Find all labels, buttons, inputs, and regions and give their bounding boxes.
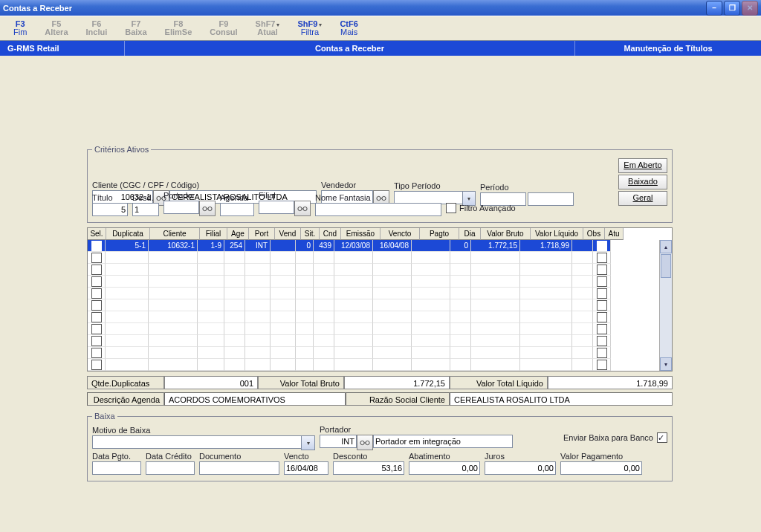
- close-button[interactable]: ✕: [742, 1, 758, 16]
- state-em-aberto[interactable]: Em Aberto: [618, 158, 667, 173]
- scroll-up[interactable]: ▴: [660, 240, 672, 253]
- titulo-input[interactable]: [92, 203, 128, 216]
- grid-cell[interactable]: [572, 240, 593, 252]
- desconto-input[interactable]: [333, 461, 404, 475]
- vencto-display: [284, 461, 328, 475]
- agenda-input[interactable]: [220, 203, 254, 216]
- grid-cell[interactable]: 12/03/08: [334, 240, 373, 252]
- baixa-portador-lookup[interactable]: [357, 435, 373, 450]
- juros-input[interactable]: [485, 461, 556, 475]
- agenda-desc-value: ACORDOS COMEMORATIVOS: [164, 392, 346, 406]
- filial-label: Filial: [259, 191, 311, 200]
- grid-header[interactable]: Valor Líquido: [531, 228, 583, 240]
- grid-header[interactable]: Duplicata: [106, 228, 150, 240]
- desconto-label: Desconto: [333, 452, 404, 461]
- grid-cell[interactable]: 16/04/08: [373, 240, 412, 252]
- state-baixado[interactable]: Baixado: [618, 175, 667, 189]
- grid-cell[interactable]: 5-1: [106, 240, 149, 252]
- grid-header[interactable]: Sit.: [301, 228, 320, 240]
- tool-mais[interactable]: CtF6Mais: [331, 19, 366, 38]
- tool-fim[interactable]: F3Fim: [4, 19, 36, 38]
- periodo-to[interactable]: [528, 192, 574, 206]
- vencto-label: Vencto: [284, 452, 328, 461]
- filtro-avancado-checkbox[interactable]: [446, 203, 456, 213]
- scroll-thumb[interactable]: [661, 254, 671, 278]
- table-row[interactable]: [88, 359, 672, 371]
- valor-pagamento-input[interactable]: [560, 461, 642, 475]
- table-row[interactable]: [88, 335, 672, 347]
- grid-header[interactable]: Cliente: [150, 228, 200, 240]
- enviar-banco-checkbox[interactable]: ✓: [657, 432, 667, 443]
- motivo-select[interactable]: [92, 435, 301, 449]
- nome-fantasia-display: [315, 203, 441, 216]
- grid-cell[interactable]: [271, 240, 296, 252]
- grid-header[interactable]: Filial: [200, 228, 227, 240]
- table-row[interactable]: [88, 276, 672, 288]
- table-row[interactable]: [88, 323, 672, 335]
- grid-header[interactable]: Vend: [275, 228, 301, 240]
- grid-header[interactable]: Atu: [605, 228, 624, 240]
- grid-cell[interactable]: 1.718,99: [520, 240, 572, 252]
- titulo-label: Título: [92, 193, 128, 202]
- criterios-panel: Critérios Ativos Cliente (CGC / CPF / Có…: [87, 145, 673, 223]
- grid-header[interactable]: Emissão: [341, 228, 380, 240]
- desd-input[interactable]: [132, 203, 159, 216]
- minimize-button[interactable]: –: [706, 1, 722, 16]
- periodo-label: Período: [480, 183, 577, 192]
- grid-header[interactable]: Vencto: [380, 228, 420, 240]
- screen-title: Contas a Receber: [125, 41, 575, 56]
- grid-cell[interactable]: 254: [224, 240, 245, 252]
- grid-cell[interactable]: 0: [450, 240, 471, 252]
- tipo-periodo-label: Tipo Período: [394, 181, 476, 190]
- filial-lookup-button[interactable]: [294, 201, 311, 216]
- grid-header[interactable]: Pagto: [420, 228, 459, 240]
- grid-cell[interactable]: [412, 240, 450, 252]
- grid-header[interactable]: Obs: [583, 228, 605, 240]
- grid-cell[interactable]: 10632-1: [149, 240, 198, 252]
- filial-input[interactable]: [259, 201, 294, 214]
- svg-point-9: [366, 441, 369, 444]
- data-pgto-input[interactable]: [92, 461, 141, 475]
- table-row[interactable]: [88, 264, 672, 276]
- nome-fantasia-label: Nome Fantasia: [315, 193, 441, 202]
- portador-lookup-button[interactable]: [199, 201, 216, 216]
- grid-header[interactable]: Dia: [459, 228, 481, 240]
- portador-input[interactable]: [163, 201, 199, 214]
- tool-filtra[interactable]: ShF9▾Filtra: [288, 19, 331, 38]
- breadcrumb-band: G-RMS Retail Contas a Receber Manutenção…: [0, 41, 761, 56]
- table-row[interactable]: [88, 347, 672, 359]
- vb-value: 1.772,15: [344, 376, 450, 389]
- window-titlebar: Contas a Receber – ❐ ✕: [0, 0, 761, 16]
- state-geral[interactable]: Geral: [618, 191, 667, 206]
- grid-cell[interactable]: 1-9: [198, 240, 224, 252]
- data-credito-input[interactable]: [146, 461, 195, 475]
- grid-header[interactable]: Cnd: [320, 228, 341, 240]
- maximize-button[interactable]: ❐: [724, 1, 740, 16]
- grid-cell[interactable]: 1.772,15: [471, 240, 520, 252]
- agenda-desc-label: Descrição Agenda: [87, 392, 164, 406]
- abatimento-input[interactable]: [409, 461, 480, 475]
- grid-header[interactable]: Port: [249, 228, 275, 240]
- grid-header[interactable]: Valor Bruto: [481, 228, 531, 240]
- enviar-banco-label: Enviar Baixa para Banco: [563, 433, 653, 442]
- titulos-grid[interactable]: Sel.DuplicataClienteFilialAgePortVendSit…: [87, 227, 673, 372]
- table-row[interactable]: [88, 288, 672, 299]
- grid-cell[interactable]: 439: [314, 240, 334, 252]
- grid-cell[interactable]: INT: [245, 240, 271, 252]
- grid-cell[interactable]: [88, 240, 106, 252]
- motivo-dropdown[interactable]: ▾: [301, 435, 315, 450]
- grid-header[interactable]: Age: [227, 228, 249, 240]
- motivo-label: Motivo de Baixa: [92, 426, 315, 435]
- documento-input[interactable]: [199, 461, 279, 475]
- scroll-down[interactable]: ▾: [660, 357, 672, 371]
- razao-label: Razão Social Cliente: [346, 392, 450, 406]
- grid-header[interactable]: Sel.: [88, 228, 106, 240]
- grid-cell[interactable]: 0: [296, 240, 314, 252]
- baixa-portador-input[interactable]: [320, 435, 357, 448]
- table-row[interactable]: [88, 299, 672, 311]
- table-row[interactable]: [88, 252, 672, 264]
- grid-scrollbar[interactable]: ▴ ▾: [659, 240, 672, 371]
- baixa-panel: Baixa Motivo de Baixa▾ Portador Enviar B…: [87, 412, 673, 481]
- table-row[interactable]: [88, 311, 672, 323]
- grid-cell[interactable]: [593, 240, 611, 252]
